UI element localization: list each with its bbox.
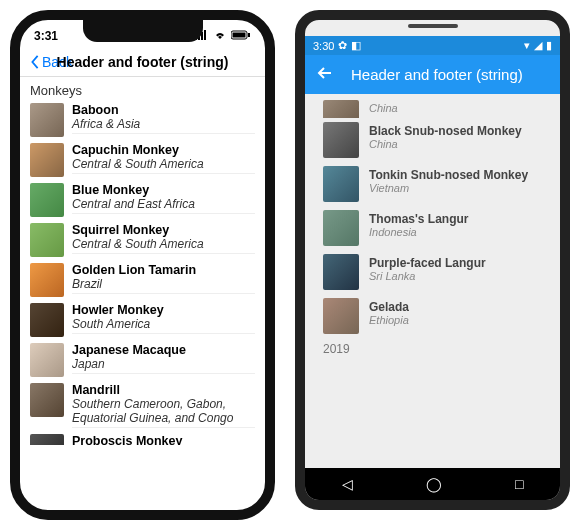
list-item[interactable]: Gelada Ethiopia [305, 294, 560, 338]
android-time: 3:30 [313, 40, 334, 52]
list-item[interactable]: Tonkin Snub-nosed Monkey Vietnam [305, 162, 560, 206]
monkey-image [323, 210, 359, 246]
arrow-left-icon [317, 65, 333, 81]
android-speaker [408, 24, 458, 28]
item-location: South America [72, 317, 255, 331]
item-location: China [369, 102, 398, 114]
monkey-image [30, 183, 64, 217]
item-name: Thomas's Langur [369, 212, 469, 226]
item-location: Africa & Asia [72, 117, 255, 131]
nav-home-button[interactable]: ◯ [426, 476, 442, 492]
item-location: Vietnam [369, 182, 528, 194]
monkey-image [30, 303, 64, 337]
item-name: Tonkin Snub-nosed Monkey [369, 168, 528, 182]
back-label: Back [42, 54, 73, 70]
svg-rect-3 [204, 30, 206, 40]
android-status-bar: 3:30 ✿ ◧ ▾ ◢ ▮ [305, 36, 560, 55]
ios-list[interactable]: Monkeys Baboon Africa & Asia Capuchin Mo… [20, 77, 265, 507]
item-location: Brazil [72, 277, 255, 291]
item-name: Proboscis Monkey [72, 434, 255, 445]
signal-icon: ◢ [534, 39, 542, 52]
nav-back-button[interactable]: ◁ [342, 476, 353, 492]
list-item[interactable]: Squirrel Monkey Central & South America [20, 220, 265, 260]
back-button[interactable] [317, 65, 333, 84]
item-name: Golden Lion Tamarin [72, 263, 255, 277]
monkey-image [323, 122, 359, 158]
list-item[interactable]: Black Snub-nosed Monkey China [305, 118, 560, 162]
battery-icon [231, 29, 251, 43]
wifi-icon: ▾ [524, 39, 530, 52]
list-item[interactable]: Proboscis Monkey [20, 431, 265, 445]
item-location: Japan [72, 357, 255, 371]
debug-icon: ◧ [351, 39, 361, 52]
monkey-image [30, 383, 64, 417]
monkey-image [30, 263, 64, 297]
android-list[interactable]: China Black Snub-nosed Monkey China Tonk… [305, 94, 560, 484]
list-item[interactable]: Blue Monkey Central and East Africa [20, 180, 265, 220]
ios-nav-bar: Back Header and footer (string) [20, 48, 265, 77]
android-app-bar: Header and footer (string) [305, 55, 560, 94]
list-item[interactable]: Mandrill Southern Cameroon, Gabon, Equat… [20, 380, 265, 431]
item-name: Capuchin Monkey [72, 143, 255, 157]
item-name: Gelada [369, 300, 409, 314]
svg-rect-5 [233, 33, 246, 38]
list-item[interactable]: Baboon Africa & Asia [20, 100, 265, 140]
wifi-icon [213, 29, 227, 43]
monkey-image [30, 143, 64, 177]
item-name: Mandrill [72, 383, 255, 397]
monkey-image [323, 100, 359, 118]
item-location: Central & South America [72, 157, 255, 171]
list-item[interactable]: Japanese Macaque Japan [20, 340, 265, 380]
monkey-image [323, 254, 359, 290]
item-location: Sri Lanka [369, 270, 486, 282]
list-footer: 2019 [305, 338, 560, 360]
item-location: Central & South America [72, 237, 255, 251]
android-device: 3:30 ✿ ◧ ▾ ◢ ▮ Header and footer (string… [295, 10, 570, 510]
list-item[interactable]: Capuchin Monkey Central & South America [20, 140, 265, 180]
list-item[interactable]: China [305, 96, 560, 118]
item-location: Ethiopia [369, 314, 409, 326]
item-location: Indonesia [369, 226, 469, 238]
item-location: Central and East Africa [72, 197, 255, 211]
monkey-image [323, 166, 359, 202]
monkey-image [30, 343, 64, 377]
iphone-notch [83, 20, 203, 42]
back-button[interactable]: Back [28, 54, 73, 70]
item-name: Howler Monkey [72, 303, 255, 317]
gear-icon: ✿ [338, 39, 347, 52]
monkey-image [30, 434, 64, 445]
item-name: Squirrel Monkey [72, 223, 255, 237]
item-location: China [369, 138, 522, 150]
monkey-image [30, 103, 64, 137]
item-name: Blue Monkey [72, 183, 255, 197]
item-name: Baboon [72, 103, 255, 117]
list-item[interactable]: Howler Monkey South America [20, 300, 265, 340]
item-name: Black Snub-nosed Monkey [369, 124, 522, 138]
battery-icon: ▮ [546, 39, 552, 52]
iphone-device: 3:31 Back Header and footer (string) Mon… [10, 10, 275, 520]
ios-time: 3:31 [34, 29, 58, 43]
list-item[interactable]: Purple-faced Langur Sri Lanka [305, 250, 560, 294]
list-item[interactable]: Thomas's Langur Indonesia [305, 206, 560, 250]
svg-rect-6 [248, 33, 250, 37]
monkey-image [323, 298, 359, 334]
item-location: Southern Cameroon, Gabon, Equatorial Gui… [72, 397, 255, 425]
list-header: Monkeys [20, 77, 265, 100]
item-name: Japanese Macaque [72, 343, 255, 357]
page-title: Header and footer (string) [351, 66, 523, 83]
item-name: Purple-faced Langur [369, 256, 486, 270]
list-item[interactable]: Golden Lion Tamarin Brazil [20, 260, 265, 300]
monkey-image [30, 223, 64, 257]
chevron-left-icon [28, 55, 42, 69]
nav-recent-button[interactable]: □ [515, 476, 523, 492]
android-nav-bar: ◁ ◯ □ [305, 468, 560, 500]
